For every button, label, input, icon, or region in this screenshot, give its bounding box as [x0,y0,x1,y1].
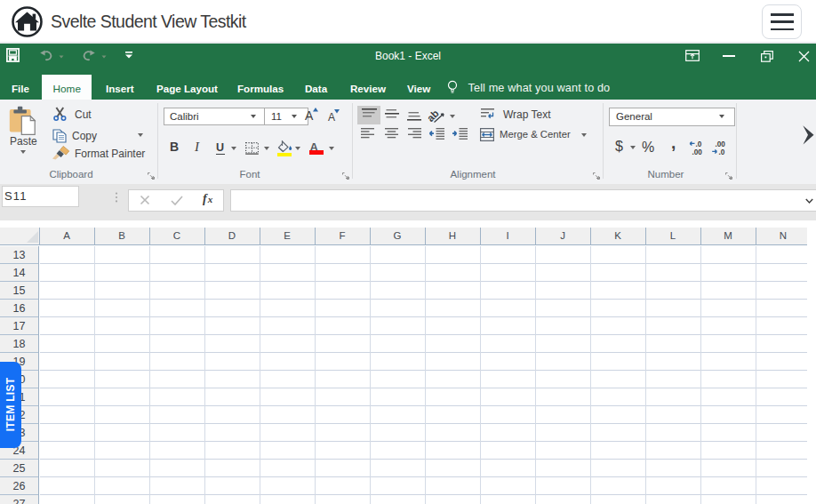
svg-text:.00: .00 [692,148,703,156]
svg-text:.0: .0 [719,148,725,156]
svg-text:ab: ab [425,108,441,124]
svg-text:.0: .0 [696,140,702,148]
svg-text:.00: .00 [716,140,726,148]
